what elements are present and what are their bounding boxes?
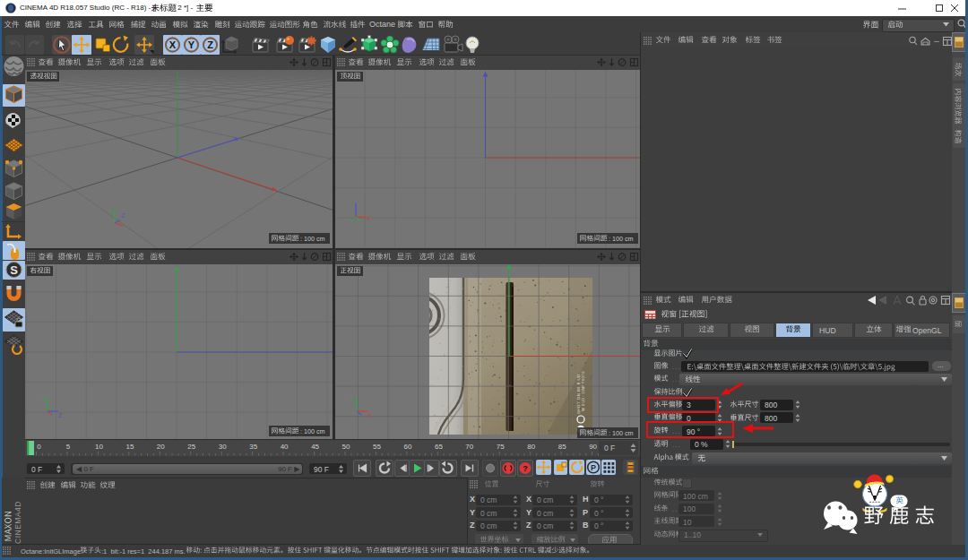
svg-text:SHOT ON MI 8 UD: SHOT ON MI 8 UD xyxy=(576,374,581,414)
svg-text:20: 20 xyxy=(157,443,165,451)
svg-text:Y: Y xyxy=(350,397,355,403)
svg-text:40: 40 xyxy=(281,443,289,451)
svg-text:90: 90 xyxy=(589,443,597,451)
svg-text:X: X xyxy=(169,39,177,50)
svg-text:0: 0 xyxy=(37,443,41,451)
svg-text:65: 65 xyxy=(435,443,443,451)
svg-text:S: S xyxy=(10,263,18,277)
svg-text:35: 35 xyxy=(249,443,257,451)
svg-text:75: 75 xyxy=(497,443,505,451)
svg-text:Z: Z xyxy=(207,39,213,50)
svg-text:Y: Y xyxy=(108,209,113,215)
svg-text:Y: Y xyxy=(41,397,46,403)
svg-text:Z: Z xyxy=(121,212,125,219)
svg-text:MI 8 UD · 23MP PHOTO: MI 8 UD · 23MP PHOTO xyxy=(582,371,585,411)
svg-text:25: 25 xyxy=(187,443,195,451)
svg-text:50: 50 xyxy=(342,443,350,451)
svg-text:80: 80 xyxy=(527,443,535,451)
svg-text:Y: Y xyxy=(350,218,355,224)
svg-text:60: 60 xyxy=(403,443,411,451)
svg-text:P: P xyxy=(591,463,596,472)
svg-text:X: X xyxy=(367,215,371,221)
svg-text:Z: Z xyxy=(58,412,63,418)
svg-text:?: ? xyxy=(523,464,528,473)
svg-text:15: 15 xyxy=(125,443,134,451)
svg-text:5: 5 xyxy=(66,443,71,451)
svg-text:85: 85 xyxy=(558,443,566,451)
svg-text:70: 70 xyxy=(465,443,473,451)
svg-text:X: X xyxy=(367,412,372,418)
svg-text:Y: Y xyxy=(188,39,195,50)
svg-text:55: 55 xyxy=(373,443,381,451)
svg-text:45: 45 xyxy=(311,443,319,451)
svg-text:10: 10 xyxy=(95,443,103,451)
svg-text:30: 30 xyxy=(219,443,227,451)
